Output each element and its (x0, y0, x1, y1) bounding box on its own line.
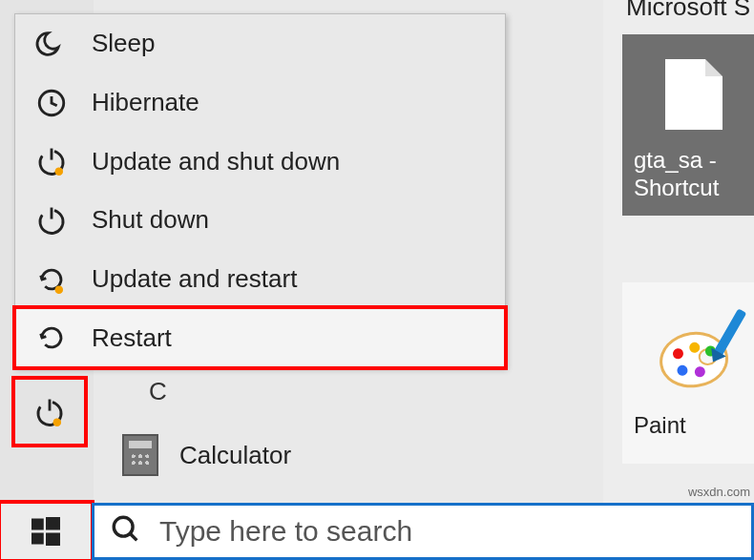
restart-update-icon (32, 260, 71, 299)
app-calculator[interactable]: Calculator (122, 434, 291, 476)
svg-rect-13 (46, 533, 60, 547)
app-label: Calculator (179, 441, 291, 470)
paint-icon (656, 311, 732, 387)
power-menu-update-shut-down[interactable]: Update and shut down (15, 132, 505, 191)
svg-point-6 (55, 168, 64, 176)
power-menu-update-restart[interactable]: Update and restart (15, 250, 505, 309)
taskbar (0, 503, 754, 560)
power-menu-hibernate[interactable]: Hibernate (15, 73, 505, 133)
svg-line-15 (130, 533, 136, 540)
power-button[interactable] (11, 376, 88, 447)
menu-label: Update and shut down (92, 147, 340, 176)
menu-label: Sleep (92, 29, 156, 58)
tile-label: Paint (634, 412, 754, 439)
menu-label: Restart (92, 323, 172, 353)
power-off-icon (32, 201, 71, 239)
calculator-icon (122, 434, 158, 476)
search-icon (110, 513, 142, 550)
power-icon (31, 393, 69, 431)
windows-logo-icon (29, 514, 63, 549)
power-menu-sleep[interactable]: Sleep (15, 14, 505, 73)
start-tiles-area: Microsoft S gta_sa - Shortcut Paint (603, 0, 754, 503)
svg-point-14 (114, 517, 133, 536)
menu-label: Hibernate (92, 88, 199, 117)
power-menu-restart[interactable]: Restart (15, 308, 505, 367)
power-update-icon (32, 142, 71, 180)
taskbar-search[interactable] (92, 503, 754, 560)
svg-point-2 (53, 418, 62, 426)
clock-icon (32, 84, 71, 122)
svg-rect-10 (31, 519, 44, 530)
tile-gta-shortcut[interactable]: gta_sa - Shortcut (622, 34, 754, 216)
menu-label: Update and restart (92, 264, 297, 294)
file-icon (665, 59, 723, 130)
moon-icon (32, 25, 71, 63)
apps-letter-c[interactable]: C (149, 377, 167, 406)
power-menu: Sleep Hibernate Update and shut down Shu… (14, 13, 506, 368)
tile-label: gta_sa - Shortcut (634, 147, 754, 202)
svg-point-9 (55, 285, 64, 294)
power-menu-shut-down[interactable]: Shut down (15, 191, 505, 250)
restart-icon (32, 319, 71, 357)
menu-label: Shut down (92, 205, 209, 235)
start-button[interactable] (0, 503, 92, 560)
svg-rect-12 (31, 533, 44, 545)
tile-paint[interactable]: Paint (622, 282, 754, 464)
tile-group-header[interactable]: Microsoft S (626, 0, 750, 22)
watermark: wsxdn.com (688, 485, 750, 499)
svg-rect-11 (46, 517, 60, 530)
search-input[interactable] (159, 515, 736, 548)
